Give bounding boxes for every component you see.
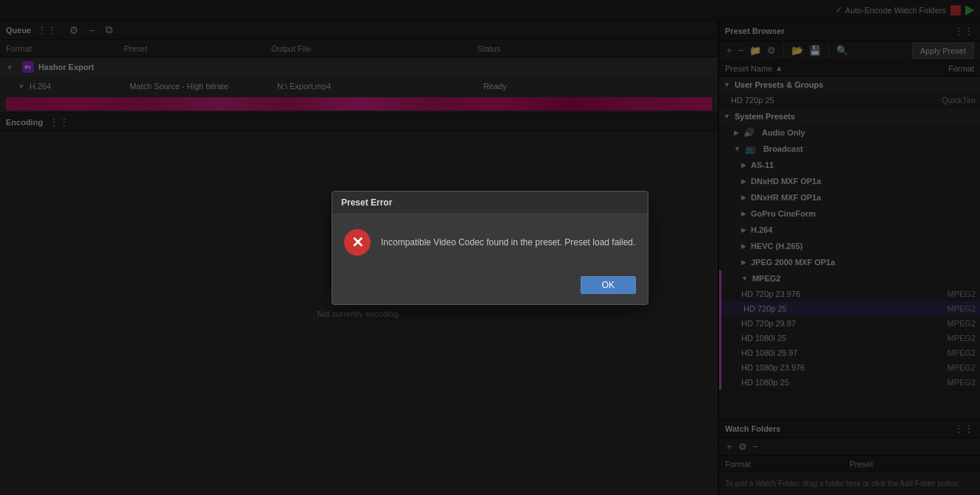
error-icon: ✕: [344, 229, 371, 256]
modal-overlay: Preset Error ✕ Incompatible Video Codec …: [0, 0, 980, 495]
modal-body: ✕ Incompatible Video Codec found in the …: [332, 214, 648, 270]
preset-error-dialog: Preset Error ✕ Incompatible Video Codec …: [332, 191, 648, 305]
modal-title: Preset Error: [341, 197, 392, 208]
modal-titlebar: Preset Error: [332, 192, 648, 214]
modal-message: Incompatible Video Codec found in the pr…: [381, 236, 635, 249]
modal-ok-button[interactable]: OK: [581, 276, 636, 294]
modal-footer: OK: [332, 270, 648, 304]
